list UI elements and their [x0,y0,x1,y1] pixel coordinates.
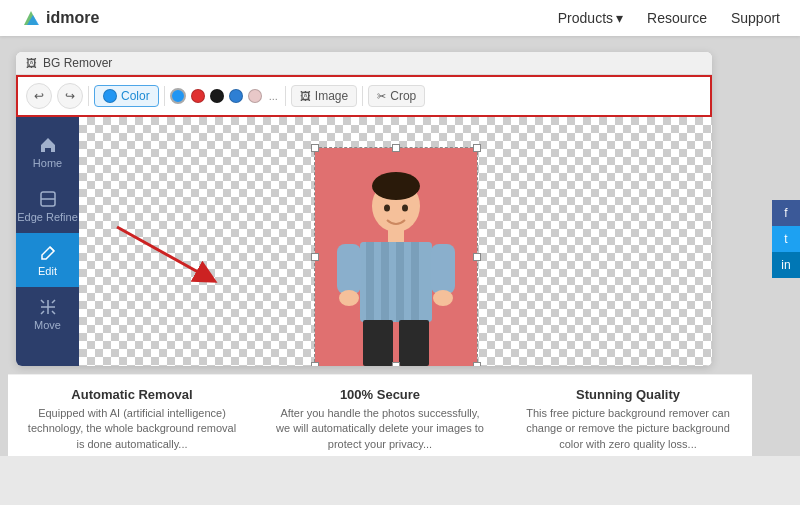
handle-bottom-mid[interactable] [392,362,400,366]
sidebar-item-home[interactable]: Home [16,125,79,179]
svg-point-20 [402,205,408,212]
feature-2-title: 100% Secure [272,387,488,402]
canvas-container: ‹ › ⊖ 38% ⊕ New Image [79,117,712,366]
svg-rect-17 [399,320,429,366]
handle-top-mid[interactable] [392,144,400,152]
sidebar-home-label: Home [33,157,62,169]
handle-mid-left[interactable] [311,253,319,261]
feature-2-desc: After you handle the photos successfully… [272,406,488,452]
edit-toolbar: ↩ ↪ Color [18,77,710,115]
social-sidebar: f t in [772,200,800,278]
more-colors-button[interactable]: ... [267,90,280,102]
app-container: idmore Products ▾ Resource Support 🖼 BG … [0,0,800,505]
edge-refine-icon [38,189,58,209]
sidebar-item-edit[interactable]: Edit [16,233,79,287]
crop-tool-button[interactable]: ✂ Crop [368,85,425,107]
app-title: BG Remover [43,56,112,70]
bg-remover-icon: 🖼 [26,57,37,69]
svg-point-15 [433,290,453,306]
handle-bottom-left[interactable] [311,362,319,366]
divider-2 [164,86,165,106]
color-red-swatch[interactable] [191,89,205,103]
divider-3 [285,86,286,106]
feature-1-title: Automatic Removal [24,387,240,402]
twitter-button[interactable]: t [772,226,800,252]
app-inner: Home Edge Refine [16,117,712,366]
undo-button[interactable]: ↩ [26,83,52,109]
color-blue[interactable] [170,88,186,104]
sidebar-edge-label: Edge Refine [17,211,78,223]
color-blue-swatch[interactable] [229,89,243,103]
header: idmore Products ▾ Resource Support [0,0,800,36]
color-black-swatch[interactable] [210,89,224,103]
svg-point-18 [372,172,420,200]
edit-icon [38,243,58,263]
svg-point-14 [339,290,359,306]
image-frame-container[interactable] [314,147,478,366]
color-picker-group [170,88,186,104]
image-tool-button[interactable]: 🖼 Image [291,85,357,107]
crop-label: Crop [390,89,416,103]
nav-products[interactable]: Products ▾ [558,10,623,26]
logo[interactable]: idmore [20,7,99,29]
sidebar-item-edge-refine[interactable]: Edge Refine [16,179,79,233]
facebook-button[interactable]: f [772,200,800,226]
divider-4 [362,86,363,106]
linkedin-button[interactable]: in [772,252,800,278]
canvas-bg[interactable] [79,117,712,366]
feature-secure: 100% Secure After you handle the photos … [256,387,504,452]
color-label: Color [121,89,150,103]
svg-rect-16 [363,320,393,366]
person-image [315,148,477,366]
svg-rect-13 [431,244,455,294]
color-tool-button[interactable]: Color [94,85,159,107]
redo-icon: ↪ [65,89,75,103]
logo-text: idmore [46,9,99,27]
svg-rect-11 [360,242,432,322]
color-swatch-icon [103,89,117,103]
move-icon [38,297,58,317]
sidebar-edit-label: Edit [38,265,57,277]
nav-resource[interactable]: Resource [647,10,707,26]
home-icon [38,135,58,155]
image-icon: 🖼 [300,90,311,102]
logo-icon [20,7,42,29]
chevron-down-icon: ▾ [616,10,623,26]
image-frame [315,148,477,366]
nav-support[interactable]: Support [731,10,780,26]
svg-rect-5 [388,228,404,242]
arrow-annotation [107,217,237,297]
app-panel: 🖼 BG Remover ↩ ↪ [16,52,712,366]
feature-auto-removal: Automatic Removal Equipped with AI (arti… [8,387,256,452]
crop-icon: ✂ [377,90,386,103]
svg-point-19 [384,205,390,212]
feature-3-title: Stunning Quality [520,387,736,402]
handle-top-right[interactable] [473,144,481,152]
feature-3-desc: This free picture background remover can… [520,406,736,452]
feature-quality: Stunning Quality This free picture backg… [504,387,752,452]
handle-mid-right[interactable] [473,253,481,261]
feature-bar: Automatic Removal Equipped with AI (arti… [8,374,752,456]
sidebar-move-label: Move [34,319,61,331]
sidebar-item-move[interactable]: Move [16,287,79,341]
svg-rect-12 [337,244,361,294]
selected-image[interactable] [314,147,478,366]
handle-top-left[interactable] [311,144,319,152]
undo-icon: ↩ [34,89,44,103]
color-pink-swatch[interactable] [248,89,262,103]
redo-button[interactable]: ↪ [57,83,83,109]
divider-1 [88,86,89,106]
feature-1-desc: Equipped with AI (artificial intelligenc… [24,406,240,452]
sidebar: Home Edge Refine [16,117,79,366]
handle-bottom-right[interactable] [473,362,481,366]
image-label: Image [315,89,348,103]
nav: Products ▾ Resource Support [558,10,780,26]
